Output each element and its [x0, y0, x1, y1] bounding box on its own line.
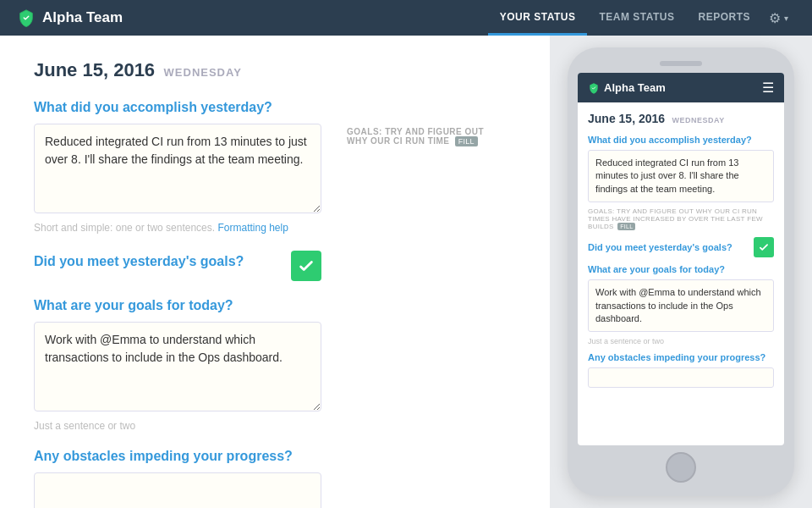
phone-screen: Alpha Team ☰ June 15, 2016 WEDNESDAY Wha…: [578, 73, 784, 445]
phone-date-day: WEDNESDAY: [672, 116, 725, 124]
phone-q1-label: What did you accomplish yesterday?: [588, 135, 774, 145]
settings-gear[interactable]: ⚙ ▾: [762, 0, 795, 36]
phone-date-main: June 15, 2016: [588, 112, 665, 125]
q4-section: Any obstacles impeding your progress? Le…: [34, 449, 516, 508]
date-main: June 15, 2016: [34, 59, 155, 80]
phone-home-button[interactable]: [666, 452, 696, 483]
nav-right: YOUR STATUS TEAM STATUS REPORTS ⚙ ▾: [488, 0, 795, 36]
phone-q3-section: What are your goals for today? Work with…: [588, 264, 774, 345]
q3-hint: Just a sentence or two: [34, 420, 516, 432]
formatting-help-link[interactable]: Formatting help: [217, 222, 288, 234]
q3-textarea[interactable]: Work with @Emma to understand which tran…: [34, 322, 321, 411]
brand-name: Alpha Team: [42, 9, 123, 26]
phone-q4-input: [588, 367, 774, 388]
q2-section: Did you meet yesterday's goals?: [34, 251, 321, 281]
q1-hint: Short and simple: one or two sentences. …: [34, 222, 321, 234]
form-area: June 15, 2016 WEDNESDAY What did you acc…: [0, 36, 550, 508]
phone-body: June 15, 2016 WEDNESDAY What did you acc…: [578, 102, 784, 445]
brand: Alpha Team: [17, 8, 123, 27]
phone-goals-hint: GOALS: Try and figure out why our CI run…: [588, 207, 774, 230]
phone-brand-name: Alpha Team: [604, 81, 666, 94]
q4-textarea[interactable]: [34, 472, 321, 508]
phone-menu-icon[interactable]: ☰: [762, 80, 774, 96]
goals-hint-text: GOALS: Try and figure out why our CI run…: [347, 127, 499, 146]
phone-q3-hint: Just a sentence or two: [588, 337, 774, 345]
phone-q2-label: Did you meet yesterday's goals?: [588, 242, 732, 252]
q1-section: What did you accomplish yesterday? Reduc…: [34, 100, 516, 234]
met-goals-checkbox[interactable]: [291, 251, 321, 281]
phone-q4-section: Any obstacles impeding your progress?: [588, 352, 774, 388]
goals-fill-badge: FILL: [455, 136, 478, 146]
gear-icon: ⚙: [769, 10, 781, 26]
phone-date: June 15, 2016 WEDNESDAY: [588, 111, 774, 126]
checkmark-icon: [297, 257, 315, 275]
q3-section: What are your goals for today? Work with…: [34, 298, 516, 432]
phone-q3-label: What are your goals for today?: [588, 264, 774, 274]
phone-navbar: Alpha Team ☰: [578, 73, 784, 102]
phone-area: Alpha Team ☰ June 15, 2016 WEDNESDAY Wha…: [550, 36, 812, 508]
nav-your-status[interactable]: YOUR STATUS: [488, 0, 588, 36]
nav-reports[interactable]: REPORTS: [686, 0, 762, 36]
phone-q3-value: Work with @Emma to understand which tran…: [588, 279, 774, 332]
phone-met-checkbox[interactable]: [754, 237, 774, 257]
date-header: June 15, 2016 WEDNESDAY: [34, 59, 516, 81]
navbar: Alpha Team YOUR STATUS TEAM STATUS REPOR…: [0, 0, 812, 36]
gear-caret: ▾: [784, 14, 788, 23]
phone-shield-icon: [588, 82, 600, 94]
q3-label: What are your goals for today?: [34, 298, 516, 313]
phone-mockup: Alpha Team ☰ June 15, 2016 WEDNESDAY Wha…: [568, 47, 794, 496]
phone-brand: Alpha Team: [588, 81, 666, 94]
phone-q4-label: Any obstacles impeding your progress?: [588, 352, 774, 362]
q1-label: What did you accomplish yesterday?: [34, 100, 516, 115]
date-day: WEDNESDAY: [164, 66, 242, 79]
phone-fill-badge: FILL: [617, 223, 635, 230]
q1-textarea[interactable]: Reduced integrated CI run from 13 minute…: [34, 124, 321, 213]
main-content: June 15, 2016 WEDNESDAY What did you acc…: [0, 36, 812, 508]
phone-q1-section: What did you accomplish yesterday? Reduc…: [588, 135, 774, 230]
phone-q2-section: Did you meet yesterday's goals?: [588, 237, 774, 257]
phone-checkmark-icon: [758, 241, 770, 253]
shield-icon: [17, 8, 36, 27]
nav-team-status[interactable]: TEAM STATUS: [587, 0, 686, 36]
phone-q1-value: Reduced integrated CI run from 13 minute…: [588, 150, 774, 202]
phone-speaker: [660, 61, 702, 66]
q2-label: Did you meet yesterday's goals?: [34, 254, 244, 269]
q4-label: Any obstacles impeding your progress?: [34, 449, 516, 464]
